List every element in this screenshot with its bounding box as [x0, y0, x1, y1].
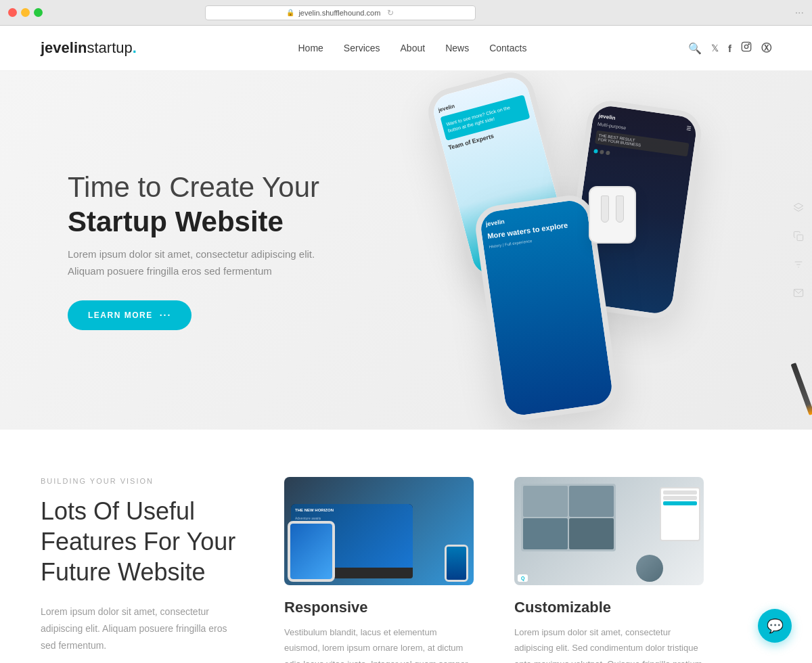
nav-about[interactable]: About [401, 43, 426, 53]
customizable-feature-image: Q [514, 477, 704, 585]
chat-icon: 💬 [767, 618, 784, 634]
svg-point-1 [744, 45, 748, 48]
url-text: jevelin.shufflehound.com [298, 9, 380, 17]
airpods-mockup [589, 186, 643, 247]
search-icon[interactable]: 🔍 [688, 42, 702, 55]
pencil-decoration [791, 363, 812, 415]
chat-button[interactable]: 💬 [758, 609, 792, 643]
facebook-icon[interactable]: f [728, 43, 731, 54]
svg-marker-3 [794, 203, 803, 208]
maximize-button[interactable] [34, 8, 43, 17]
cta-dots: ··· [160, 310, 172, 321]
features-title: Lots Of Useful Features For Your Future … [41, 496, 244, 587]
customizable-feature-name: Customizable [514, 599, 704, 616]
logo-light: startup [87, 39, 132, 56]
refresh-icon[interactable]: ↻ [387, 8, 394, 18]
logo-bold: jevelin [41, 39, 87, 56]
features-section: BUILDING YOUR VISION Lots Of Useful Feat… [0, 430, 812, 663]
customizable-feature-description: Lorem ipsum dolor sit amet, consectetur … [514, 624, 704, 663]
browser-chrome: 🔒 jevelin.shufflehound.com ↻ ··· [0, 0, 812, 26]
svg-rect-4 [797, 235, 803, 241]
airpod-case [589, 186, 636, 244]
hero-visuals: jevelin Want to see more? Click on the b… [365, 71, 812, 430]
twitter-icon[interactable]: 𝕏 [711, 43, 719, 54]
responsive-feature-description: Vestibulum blandit, lacus et elementum e… [284, 624, 474, 663]
close-button[interactable] [8, 8, 17, 17]
features-subtitle: BUILDING YOUR VISION [41, 477, 244, 485]
filter-icon[interactable] [785, 251, 812, 278]
nav-services[interactable]: Services [344, 43, 380, 53]
instagram-icon[interactable] [741, 41, 752, 55]
layers-icon[interactable] [785, 194, 812, 221]
responsive-feature-name: Responsive [284, 599, 474, 616]
hero-content: Time to Create Your Startup Website Lore… [68, 170, 352, 330]
cta-label: LEARN MORE [88, 311, 153, 320]
feature-card-responsive: THE NEW HORIZON Adventure awaits Respons… [284, 477, 474, 663]
copy-icon[interactable] [785, 223, 812, 250]
feature-card-customizable: Q Customizable Lorem ipsum dolor sit ame… [514, 477, 704, 663]
mail-icon[interactable] [785, 279, 812, 306]
hero-description: Lorem ipsum dolor sit amet, consectetur … [68, 246, 352, 280]
nav-home[interactable]: Home [298, 43, 323, 53]
hero-title: Time to Create Your Startup Website [68, 170, 352, 239]
lock-icon: 🔒 [286, 9, 294, 16]
right-sidebar [785, 194, 812, 306]
site-logo: jevelinstartup. [41, 39, 137, 57]
features-left: BUILDING YOUR VISION Lots Of Useful Feat… [41, 477, 244, 663]
website-content: jevelinstartup. Home Services About News… [0, 26, 812, 663]
traffic-lights [8, 8, 43, 17]
nav-contacts[interactable]: Contacts [489, 43, 526, 53]
hero-section: Time to Create Your Startup Website Lore… [0, 71, 812, 430]
logo-dot: . [133, 39, 137, 56]
nav-news[interactable]: News [445, 43, 469, 53]
svg-point-2 [748, 44, 749, 45]
features-description: Lorem ipsum dolor sit amet, consectetur … [41, 603, 244, 655]
browser-controls: ··· [795, 7, 804, 19]
responsive-feature-image: THE NEW HORIZON Adventure awaits [284, 477, 474, 585]
address-bar[interactable]: 🔒 jevelin.shufflehound.com ↻ [205, 5, 476, 20]
learn-more-button[interactable]: LEARN MORE ··· [68, 300, 191, 330]
minimize-button[interactable] [21, 8, 30, 17]
site-header: jevelinstartup. Home Services About News… [0, 26, 812, 71]
svg-rect-0 [742, 42, 750, 51]
social-icons: 🔍 𝕏 f Ⓧ [688, 41, 771, 55]
tablet-mockup [288, 521, 335, 582]
main-nav: Home Services About News Contacts [298, 43, 526, 53]
pinterest-icon[interactable]: Ⓧ [761, 42, 771, 55]
